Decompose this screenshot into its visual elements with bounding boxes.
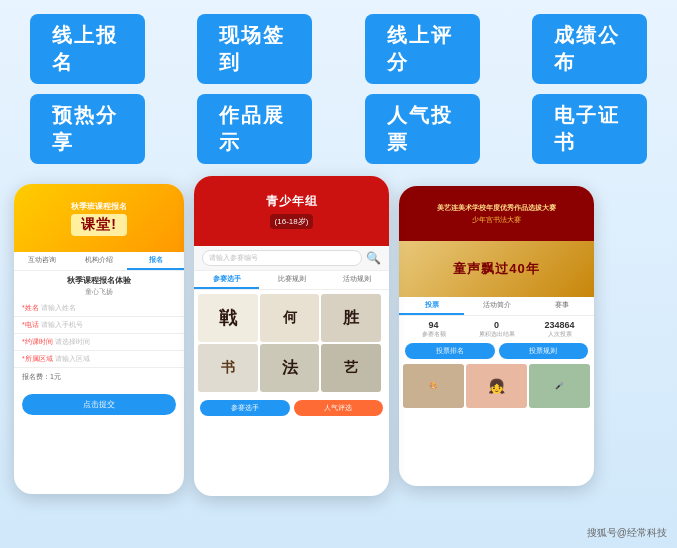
- middle-search-bar: 请输入参赛编号 🔍: [194, 246, 389, 271]
- stat-label-2: 累积选出结果: [466, 330, 527, 339]
- phone-left-header: 秋季班课程报名 课堂!: [14, 184, 184, 252]
- middle-top-title: 青少年组: [266, 193, 318, 210]
- feature-tag-8: 电子证书: [532, 94, 647, 164]
- calli-item-3: 胜: [321, 294, 381, 342]
- left-field-phone[interactable]: *电话 请输入手机号: [14, 317, 184, 334]
- right-img-2: 👧: [466, 364, 527, 408]
- middle-btn-2[interactable]: 人气评选: [294, 400, 384, 416]
- stat-value-2: 0: [466, 320, 527, 330]
- calli-item-1: 戦: [198, 294, 258, 342]
- stat-item-2: 0 累积选出结果: [466, 320, 527, 339]
- phone-right: 美艺连美术学校年度优秀作品选拔大赛 少年宫书法大赛 童声飘过40年 投票 活动简…: [399, 186, 594, 486]
- screenshots-area: 秋季班课程报名 课堂! 互动咨询 机构介绍 报名 秋季课程报名体验 童心飞扬 *…: [0, 176, 677, 496]
- middle-age-badge: (16-18岁): [270, 214, 314, 229]
- right-header: 美艺连美术学校年度优秀作品选拔大赛 少年宫书法大赛: [399, 186, 594, 241]
- left-field-area[interactable]: *所属区域 请输入区域: [14, 351, 184, 368]
- right-banner-title: 童声飘过40年: [453, 260, 539, 278]
- left-field-name[interactable]: *姓名 请输入姓名: [14, 300, 184, 317]
- right-img-1: 🎨: [403, 364, 464, 408]
- phone-middle: 青少年组 (16-18岁) 请输入参赛编号 🔍 参赛选手 比赛规则 活动规则 戦…: [194, 176, 389, 496]
- right-sub-label: 少年宫书法大赛: [472, 215, 521, 225]
- right-img-3: 🎤: [529, 364, 590, 408]
- left-fee: 报名费：1元: [14, 368, 184, 386]
- middle-top-bar: 青少年组 (16-18岁): [194, 176, 389, 246]
- right-tab-3[interactable]: 赛事: [529, 297, 594, 315]
- right-stats: 94 参赛名额 0 累积选出结果 234864 人次投票: [399, 316, 594, 341]
- stat-label-1: 参赛名额: [403, 330, 464, 339]
- middle-btn-1[interactable]: 参赛选手: [200, 400, 290, 416]
- calli-item-4: 书: [198, 344, 258, 392]
- phone-left: 秋季班课程报名 课堂! 互动咨询 机构介绍 报名 秋季课程报名体验 童心飞扬 *…: [14, 184, 184, 494]
- feature-area: 线上报名 现场签到 线上评分 成绩公布 预热分享 作品展示 人气投票 电子证书: [0, 0, 677, 172]
- stat-value-1: 94: [403, 320, 464, 330]
- left-sub-title: 童心飞扬: [14, 287, 184, 300]
- middle-tab-3[interactable]: 活动规则: [324, 271, 389, 289]
- feature-tag-4: 成绩公布: [532, 14, 647, 84]
- right-header-title: 美艺连美术学校年度优秀作品选拔大赛: [437, 203, 556, 213]
- left-header-deco: 课堂!: [71, 214, 127, 236]
- left-form-title: 秋季课程报名体验: [14, 271, 184, 287]
- calli-item-5: 法: [260, 344, 320, 392]
- feature-tag-3: 线上评分: [365, 14, 480, 84]
- right-tab-1[interactable]: 投票: [399, 297, 464, 315]
- stat-label-3: 人次投票: [529, 330, 590, 339]
- right-tab-2[interactable]: 活动简介: [464, 297, 529, 315]
- left-nav-tab-2[interactable]: 机构介绍: [71, 252, 128, 270]
- right-vote-btns: 投票排名 投票规则: [399, 341, 594, 361]
- middle-tab-2[interactable]: 比赛规则: [259, 271, 324, 289]
- stat-item-3: 234864 人次投票: [529, 320, 590, 339]
- calli-item-2: 何: [260, 294, 320, 342]
- feature-tag-2: 现场签到: [197, 14, 312, 84]
- feature-tag-6: 作品展示: [197, 94, 312, 164]
- right-images: 🎨 👧 🎤: [399, 361, 594, 411]
- stat-value-3: 234864: [529, 320, 590, 330]
- watermark: 搜狐号@经常科技: [587, 526, 667, 540]
- right-banner: 童声飘过40年: [399, 241, 594, 297]
- left-field-time[interactable]: *约课时间 请选择时间: [14, 334, 184, 351]
- middle-calli-grid: 戦 何 胜 书 法 艺: [194, 290, 389, 396]
- left-nav-tab-3[interactable]: 报名: [127, 252, 184, 270]
- feature-tag-5: 预热分享: [30, 94, 145, 164]
- middle-tab-row: 参赛选手 比赛规则 活动规则: [194, 271, 389, 290]
- calli-item-6: 艺: [321, 344, 381, 392]
- right-vote-btn-1[interactable]: 投票排名: [405, 343, 495, 359]
- right-tabs: 投票 活动简介 赛事: [399, 297, 594, 316]
- middle-search-icon[interactable]: 🔍: [366, 251, 381, 265]
- left-nav-tab-1[interactable]: 互动咨询: [14, 252, 71, 270]
- feature-tag-1: 线上报名: [30, 14, 145, 84]
- feature-tag-7: 人气投票: [365, 94, 480, 164]
- middle-search-input[interactable]: 请输入参赛编号: [202, 250, 362, 266]
- left-submit-btn[interactable]: 点击提交: [22, 394, 176, 415]
- left-header-title: 秋季班课程报名: [71, 201, 127, 212]
- middle-tab-1[interactable]: 参赛选手: [194, 271, 259, 289]
- feature-row-1: 线上报名 现场签到 线上评分 成绩公布: [30, 14, 647, 84]
- stat-item-1: 94 参赛名额: [403, 320, 464, 339]
- left-nav: 互动咨询 机构介绍 报名: [14, 252, 184, 271]
- middle-btn-row: 参赛选手 人气评选: [194, 396, 389, 420]
- feature-row-2: 预热分享 作品展示 人气投票 电子证书: [30, 94, 647, 164]
- right-vote-btn-2[interactable]: 投票规则: [499, 343, 589, 359]
